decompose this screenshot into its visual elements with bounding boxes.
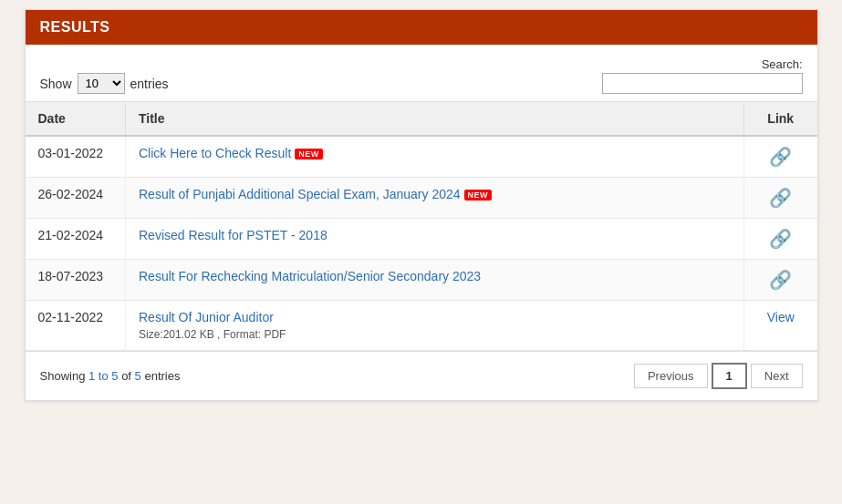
cell-title: Result Of Junior AuditorSize:201.02 KB ,… xyxy=(126,301,744,351)
next-button[interactable]: Next xyxy=(751,364,803,388)
cell-date: 21-02-2024 xyxy=(26,219,126,260)
cell-title: Revised Result for PSTET - 2018 xyxy=(126,219,744,260)
table-header-row: Date Title Link xyxy=(26,102,817,137)
cell-link: 🔗 xyxy=(744,178,817,219)
chain-link-icon[interactable]: 🔗 xyxy=(769,187,792,209)
file-info: Size:201.02 KB , Format: PDF xyxy=(139,328,731,341)
title-link[interactable]: Result Of Junior Auditor xyxy=(139,310,274,324)
title-link[interactable]: Result of Punjabi Additional Special Exa… xyxy=(139,187,461,201)
search-input[interactable] xyxy=(602,73,803,94)
cell-date: 02-11-2022 xyxy=(26,301,126,351)
title-link[interactable]: Click Here to Check Result xyxy=(139,146,291,160)
chain-link-icon[interactable]: 🔗 xyxy=(769,146,792,168)
cell-date: 18-07-2023 xyxy=(26,260,126,301)
chain-link-icon[interactable]: 🔗 xyxy=(769,269,792,291)
col-link: Link xyxy=(744,102,817,137)
new-badge: NEW xyxy=(464,190,493,201)
pagination: Previous 1 Next xyxy=(634,363,803,389)
results-table: Date Title Link 03-01-2022Click Here to … xyxy=(26,101,817,351)
table-row: 02-11-2022Result Of Junior AuditorSize:2… xyxy=(26,301,817,351)
showing-total: 5 xyxy=(135,369,141,383)
title-link[interactable]: Result For Rechecking Matriculation/Seni… xyxy=(139,269,481,283)
table-row: 03-01-2022Click Here to Check ResultNEW🔗 xyxy=(26,136,817,178)
cell-link: 🔗 xyxy=(744,136,817,178)
show-label: Show xyxy=(40,77,72,91)
previous-button[interactable]: Previous xyxy=(634,364,708,388)
cell-title: Click Here to Check ResultNEW xyxy=(126,136,744,178)
search-label: Search: xyxy=(762,57,803,71)
entries-label: entries xyxy=(130,77,169,91)
table-row: 26-02-2024Result of Punjabi Additional S… xyxy=(26,178,817,219)
page-1-button[interactable]: 1 xyxy=(712,363,747,389)
entries-select[interactable]: 10 25 50 100 xyxy=(78,73,125,94)
table-row: 21-02-2024Revised Result for PSTET - 201… xyxy=(26,219,817,260)
table-footer: Showing 1 to 5 of 5 entries Previous 1 N… xyxy=(26,351,817,400)
show-entries-control: Show 10 25 50 100 entries xyxy=(40,73,169,94)
cell-date: 26-02-2024 xyxy=(26,178,126,219)
title-link[interactable]: Revised Result for PSTET - 2018 xyxy=(139,228,327,242)
results-container: RESULTS Show 10 25 50 100 entries Search… xyxy=(25,9,818,401)
page-header: RESULTS xyxy=(26,10,817,45)
view-link[interactable]: View xyxy=(767,310,795,324)
showing-range: 1 to 5 xyxy=(88,369,119,383)
new-badge: NEW xyxy=(295,149,323,159)
cell-title: Result For Rechecking Matriculation/Seni… xyxy=(126,260,744,301)
cell-title: Result of Punjabi Additional Special Exa… xyxy=(126,178,744,219)
cell-date: 03-01-2022 xyxy=(26,136,126,178)
col-title: Title xyxy=(126,102,744,137)
cell-link: View xyxy=(744,301,817,351)
showing-text: Showing 1 to 5 of 5 entries xyxy=(40,369,181,383)
search-area: Search: xyxy=(602,57,803,94)
table-controls: Show 10 25 50 100 entries Search: xyxy=(26,45,817,101)
col-date: Date xyxy=(26,102,126,137)
table-row: 18-07-2023Result For Rechecking Matricul… xyxy=(26,260,817,301)
cell-link: 🔗 xyxy=(744,219,817,260)
cell-link: 🔗 xyxy=(744,260,817,301)
header-title: RESULTS xyxy=(40,19,110,35)
chain-link-icon[interactable]: 🔗 xyxy=(769,228,792,250)
